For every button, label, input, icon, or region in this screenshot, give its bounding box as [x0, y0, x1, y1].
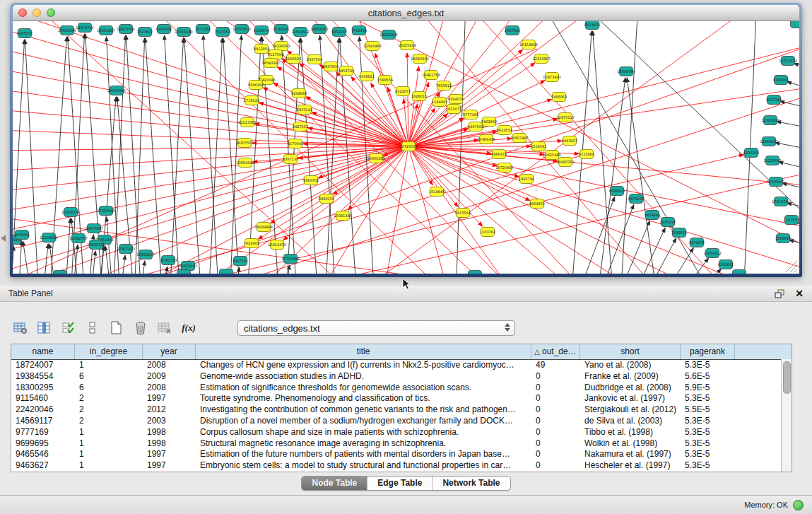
cell[interactable]: Wolkin et al. (1998) [580, 438, 681, 450]
cell[interactable]: Tibbo et al. (1998) [580, 427, 681, 438]
network-edge[interactable] [13, 45, 408, 146]
citation-network-graph[interactable]: 9105572206914061937971410653287189137041… [13, 21, 799, 274]
network-canvas[interactable]: 9105572206914061937971410653287189137041… [13, 21, 799, 274]
cell[interactable]: 2009 [143, 371, 196, 382]
network-edge[interactable] [165, 35, 180, 274]
delete-column-icon[interactable] [133, 320, 148, 336]
table-row[interactable]: 1938455462009Genome-wide association stu… [11, 371, 792, 382]
network-edge[interactable] [777, 122, 799, 128]
cell[interactable]: 22420046 [11, 404, 75, 416]
cell[interactable]: 5.9E-5 [681, 382, 735, 394]
cell[interactable]: 1 [75, 360, 143, 371]
select-all-icon[interactable] [61, 320, 76, 336]
delete-table-icon[interactable] [157, 320, 172, 336]
cell[interactable]: 0 [531, 460, 580, 472]
column-header-short[interactable]: short [580, 344, 681, 359]
network-node[interactable] [220, 269, 233, 274]
cell[interactable]: Embryonic stem cells: a model to study s… [196, 460, 531, 472]
table-selector-dropdown[interactable]: citations_edges.txt [237, 320, 515, 336]
cell[interactable]: Nakamura et al. (1997) [580, 449, 681, 460]
tab-edge-table[interactable]: Edge Table [367, 477, 432, 490]
tab-network-table[interactable]: Network Table [432, 477, 510, 490]
network-edge[interactable] [212, 172, 799, 274]
cell[interactable]: 0 [531, 438, 580, 450]
column-header-out_de[interactable]: △out_de… [531, 344, 580, 359]
column-header-in_degree[interactable]: in_degree [75, 344, 143, 359]
cell[interactable]: Hescheler et al. (1997) [580, 460, 681, 472]
close-panel-icon[interactable]: ✕ [795, 288, 804, 299]
network-edge[interactable] [787, 203, 799, 209]
cell[interactable]: 1998 [143, 438, 196, 450]
cell[interactable]: 5.3E-5 [681, 460, 735, 472]
network-edge[interactable] [382, 146, 408, 274]
network-edge[interactable] [661, 248, 693, 274]
network-edge[interactable] [779, 162, 799, 169]
network-edge[interactable] [113, 35, 126, 274]
table-row[interactable]: 946554611997Estimation of the future num… [11, 449, 792, 460]
tab-node-table[interactable]: Node Table [302, 477, 367, 490]
cell[interactable]: 14569117 [11, 416, 75, 427]
table-row[interactable]: 1830029562008Estimation of significance … [11, 382, 792, 394]
cell[interactable]: 9463627 [11, 460, 75, 472]
table-mode-icon[interactable] [13, 320, 28, 336]
cell[interactable]: 2008 [143, 382, 196, 394]
cell[interactable]: 5.3E-5 [681, 416, 735, 427]
network-edge[interactable] [787, 82, 799, 88]
cell[interactable]: 2003 [143, 416, 196, 427]
cell[interactable]: 2012 [143, 404, 196, 416]
network-edge[interactable] [408, 146, 530, 201]
cell[interactable]: 9777169 [11, 427, 75, 438]
cell[interactable]: 1998 [143, 427, 196, 438]
network-edge[interactable] [140, 261, 145, 274]
function-builder-icon[interactable]: f(x) [181, 320, 196, 336]
resize-handle[interactable] [786, 261, 797, 272]
network-edge[interactable] [601, 204, 634, 274]
network-edge[interactable] [677, 258, 709, 274]
cell[interactable]: 9465546 [11, 449, 75, 460]
table-row[interactable]: 2242004622012Investigating the contribut… [11, 404, 792, 416]
panel-collapse-arrow[interactable] [1, 235, 6, 242]
network-edge[interactable] [13, 21, 408, 146]
network-edge[interactable] [408, 45, 799, 146]
network-window[interactable]: citations_edges.txt 91055722069140619379… [10, 3, 802, 277]
table-row[interactable]: 911546021997Tourette syndrome. Phenomeno… [11, 393, 792, 404]
cell[interactable]: 1 [75, 460, 143, 472]
column-header-name[interactable]: name [11, 344, 75, 359]
table-row[interactable]: 969969511998Structural magnetic resonanc… [11, 438, 792, 450]
cell[interactable]: 5.3E-5 [681, 360, 735, 371]
cell[interactable]: 6 [75, 382, 143, 394]
cell[interactable]: Yano et al. (2008) [580, 360, 681, 371]
network-edge[interactable] [13, 246, 13, 274]
network-edge[interactable] [534, 21, 714, 274]
cell[interactable]: Structural magnetic resonance image aver… [196, 438, 531, 450]
cell[interactable]: Estimation of the future numbers of pati… [196, 449, 531, 460]
cell[interactable]: 9115460 [11, 393, 75, 404]
float-window-icon[interactable] [775, 289, 785, 298]
table-row[interactable]: 1872400712008Changes of HCN gene express… [11, 360, 792, 371]
table-vertical-scrollbar[interactable] [781, 359, 792, 472]
network-edge[interactable] [617, 221, 650, 274]
cell[interactable]: 5.3E-5 [681, 449, 735, 460]
cell[interactable]: Disruption of a novel member of a sodium… [196, 416, 531, 427]
network-edge[interactable] [163, 267, 167, 274]
table-row[interactable]: 1456911722003Disruption of a novel membe… [11, 416, 792, 427]
cell[interactable]: 1997 [143, 449, 196, 460]
cell[interactable]: 5.3E-5 [681, 427, 735, 438]
network-edge[interactable] [775, 143, 799, 149]
cell[interactable]: 0 [531, 449, 580, 460]
cell[interactable]: Stergiakouli et al. (2012) [580, 404, 681, 416]
cell[interactable]: 1997 [143, 460, 196, 472]
column-header-title[interactable]: title [196, 344, 531, 359]
cell[interactable]: 1997 [143, 393, 196, 404]
cell[interactable]: Genome-wide association studies in ADHD. [196, 371, 531, 382]
network-edge[interactable] [42, 244, 48, 274]
cell[interactable]: 2008 [143, 360, 196, 371]
cell[interactable]: 0 [531, 393, 580, 404]
network-edge[interactable] [408, 66, 419, 146]
cell[interactable]: 2 [75, 416, 143, 427]
cell[interactable]: 0 [531, 416, 580, 427]
cell[interactable]: Dudbridge et al. (2008) [580, 382, 681, 394]
cell[interactable]: 0 [531, 427, 580, 438]
new-column-icon[interactable] [109, 320, 124, 336]
cell[interactable]: 49 [531, 360, 580, 371]
